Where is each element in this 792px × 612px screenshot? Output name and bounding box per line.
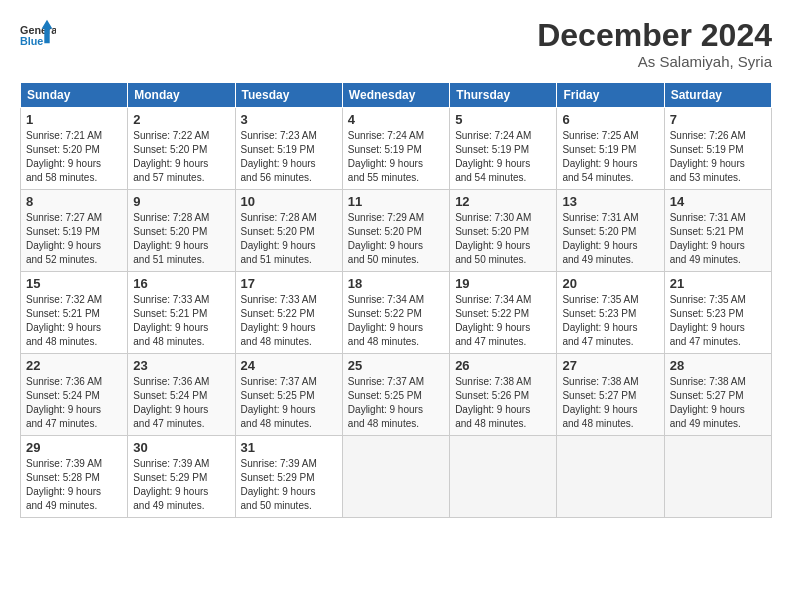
day-info: Sunrise: 7:22 AM Sunset: 5:20 PM Dayligh… (133, 129, 229, 185)
day-info: Sunrise: 7:37 AM Sunset: 5:25 PM Dayligh… (241, 375, 337, 431)
day-number: 22 (26, 358, 122, 373)
day-number: 6 (562, 112, 658, 127)
day-info: Sunrise: 7:39 AM Sunset: 5:28 PM Dayligh… (26, 457, 122, 513)
day-number: 7 (670, 112, 766, 127)
day-number: 29 (26, 440, 122, 455)
day-number: 3 (241, 112, 337, 127)
day-info: Sunrise: 7:34 AM Sunset: 5:22 PM Dayligh… (455, 293, 551, 349)
day-number: 16 (133, 276, 229, 291)
calendar-cell: 22Sunrise: 7:36 AM Sunset: 5:24 PM Dayli… (21, 354, 128, 436)
day-number: 10 (241, 194, 337, 209)
day-info: Sunrise: 7:31 AM Sunset: 5:20 PM Dayligh… (562, 211, 658, 267)
day-number: 8 (26, 194, 122, 209)
calendar-cell: 1Sunrise: 7:21 AM Sunset: 5:20 PM Daylig… (21, 108, 128, 190)
day-number: 14 (670, 194, 766, 209)
calendar: SundayMondayTuesdayWednesdayThursdayFrid… (20, 82, 772, 518)
day-info: Sunrise: 7:35 AM Sunset: 5:23 PM Dayligh… (670, 293, 766, 349)
calendar-cell: 30Sunrise: 7:39 AM Sunset: 5:29 PM Dayli… (128, 436, 235, 518)
col-header-sunday: Sunday (21, 83, 128, 108)
day-number: 21 (670, 276, 766, 291)
day-info: Sunrise: 7:39 AM Sunset: 5:29 PM Dayligh… (133, 457, 229, 513)
calendar-cell: 16Sunrise: 7:33 AM Sunset: 5:21 PM Dayli… (128, 272, 235, 354)
calendar-cell (450, 436, 557, 518)
calendar-week-1: 1Sunrise: 7:21 AM Sunset: 5:20 PM Daylig… (21, 108, 772, 190)
day-info: Sunrise: 7:36 AM Sunset: 5:24 PM Dayligh… (133, 375, 229, 431)
col-header-monday: Monday (128, 83, 235, 108)
calendar-cell: 14Sunrise: 7:31 AM Sunset: 5:21 PM Dayli… (664, 190, 771, 272)
day-info: Sunrise: 7:24 AM Sunset: 5:19 PM Dayligh… (348, 129, 444, 185)
day-info: Sunrise: 7:24 AM Sunset: 5:19 PM Dayligh… (455, 129, 551, 185)
day-info: Sunrise: 7:33 AM Sunset: 5:21 PM Dayligh… (133, 293, 229, 349)
day-info: Sunrise: 7:34 AM Sunset: 5:22 PM Dayligh… (348, 293, 444, 349)
calendar-cell: 9Sunrise: 7:28 AM Sunset: 5:20 PM Daylig… (128, 190, 235, 272)
day-number: 12 (455, 194, 551, 209)
day-info: Sunrise: 7:38 AM Sunset: 5:27 PM Dayligh… (670, 375, 766, 431)
day-number: 30 (133, 440, 229, 455)
day-info: Sunrise: 7:33 AM Sunset: 5:22 PM Dayligh… (241, 293, 337, 349)
day-info: Sunrise: 7:30 AM Sunset: 5:20 PM Dayligh… (455, 211, 551, 267)
day-number: 18 (348, 276, 444, 291)
calendar-cell: 8Sunrise: 7:27 AM Sunset: 5:19 PM Daylig… (21, 190, 128, 272)
day-number: 23 (133, 358, 229, 373)
calendar-cell (342, 436, 449, 518)
col-header-friday: Friday (557, 83, 664, 108)
calendar-cell: 5Sunrise: 7:24 AM Sunset: 5:19 PM Daylig… (450, 108, 557, 190)
day-number: 11 (348, 194, 444, 209)
day-info: Sunrise: 7:23 AM Sunset: 5:19 PM Dayligh… (241, 129, 337, 185)
calendar-cell: 10Sunrise: 7:28 AM Sunset: 5:20 PM Dayli… (235, 190, 342, 272)
col-header-wednesday: Wednesday (342, 83, 449, 108)
calendar-cell: 13Sunrise: 7:31 AM Sunset: 5:20 PM Dayli… (557, 190, 664, 272)
calendar-cell: 27Sunrise: 7:38 AM Sunset: 5:27 PM Dayli… (557, 354, 664, 436)
calendar-cell: 23Sunrise: 7:36 AM Sunset: 5:24 PM Dayli… (128, 354, 235, 436)
svg-text:Blue: Blue (20, 35, 43, 47)
calendar-cell: 29Sunrise: 7:39 AM Sunset: 5:28 PM Dayli… (21, 436, 128, 518)
day-number: 1 (26, 112, 122, 127)
day-number: 26 (455, 358, 551, 373)
day-info: Sunrise: 7:27 AM Sunset: 5:19 PM Dayligh… (26, 211, 122, 267)
day-info: Sunrise: 7:26 AM Sunset: 5:19 PM Dayligh… (670, 129, 766, 185)
day-number: 31 (241, 440, 337, 455)
day-number: 20 (562, 276, 658, 291)
calendar-cell: 26Sunrise: 7:38 AM Sunset: 5:26 PM Dayli… (450, 354, 557, 436)
day-number: 4 (348, 112, 444, 127)
calendar-week-2: 8Sunrise: 7:27 AM Sunset: 5:19 PM Daylig… (21, 190, 772, 272)
calendar-cell: 17Sunrise: 7:33 AM Sunset: 5:22 PM Dayli… (235, 272, 342, 354)
day-number: 2 (133, 112, 229, 127)
calendar-cell: 11Sunrise: 7:29 AM Sunset: 5:20 PM Dayli… (342, 190, 449, 272)
calendar-cell: 6Sunrise: 7:25 AM Sunset: 5:19 PM Daylig… (557, 108, 664, 190)
calendar-cell: 21Sunrise: 7:35 AM Sunset: 5:23 PM Dayli… (664, 272, 771, 354)
calendar-cell: 15Sunrise: 7:32 AM Sunset: 5:21 PM Dayli… (21, 272, 128, 354)
calendar-cell: 7Sunrise: 7:26 AM Sunset: 5:19 PM Daylig… (664, 108, 771, 190)
calendar-week-3: 15Sunrise: 7:32 AM Sunset: 5:21 PM Dayli… (21, 272, 772, 354)
calendar-week-5: 29Sunrise: 7:39 AM Sunset: 5:28 PM Dayli… (21, 436, 772, 518)
day-number: 13 (562, 194, 658, 209)
day-info: Sunrise: 7:28 AM Sunset: 5:20 PM Dayligh… (133, 211, 229, 267)
day-number: 28 (670, 358, 766, 373)
calendar-cell: 18Sunrise: 7:34 AM Sunset: 5:22 PM Dayli… (342, 272, 449, 354)
calendar-cell: 28Sunrise: 7:38 AM Sunset: 5:27 PM Dayli… (664, 354, 771, 436)
calendar-cell: 4Sunrise: 7:24 AM Sunset: 5:19 PM Daylig… (342, 108, 449, 190)
day-number: 15 (26, 276, 122, 291)
logo: GeneralBlue (20, 18, 60, 54)
header: GeneralBlue December 2024 As Salamiyah, … (20, 18, 772, 70)
calendar-cell (664, 436, 771, 518)
day-info: Sunrise: 7:39 AM Sunset: 5:29 PM Dayligh… (241, 457, 337, 513)
page: GeneralBlue December 2024 As Salamiyah, … (0, 0, 792, 612)
col-header-saturday: Saturday (664, 83, 771, 108)
calendar-cell: 20Sunrise: 7:35 AM Sunset: 5:23 PM Dayli… (557, 272, 664, 354)
day-number: 19 (455, 276, 551, 291)
title-block: December 2024 As Salamiyah, Syria (537, 18, 772, 70)
subtitle: As Salamiyah, Syria (537, 53, 772, 70)
day-number: 25 (348, 358, 444, 373)
day-info: Sunrise: 7:38 AM Sunset: 5:27 PM Dayligh… (562, 375, 658, 431)
calendar-cell: 19Sunrise: 7:34 AM Sunset: 5:22 PM Dayli… (450, 272, 557, 354)
calendar-cell: 31Sunrise: 7:39 AM Sunset: 5:29 PM Dayli… (235, 436, 342, 518)
day-info: Sunrise: 7:35 AM Sunset: 5:23 PM Dayligh… (562, 293, 658, 349)
calendar-cell (557, 436, 664, 518)
day-number: 5 (455, 112, 551, 127)
day-info: Sunrise: 7:25 AM Sunset: 5:19 PM Dayligh… (562, 129, 658, 185)
calendar-cell: 3Sunrise: 7:23 AM Sunset: 5:19 PM Daylig… (235, 108, 342, 190)
day-info: Sunrise: 7:32 AM Sunset: 5:21 PM Dayligh… (26, 293, 122, 349)
month-title: December 2024 (537, 18, 772, 53)
day-number: 24 (241, 358, 337, 373)
